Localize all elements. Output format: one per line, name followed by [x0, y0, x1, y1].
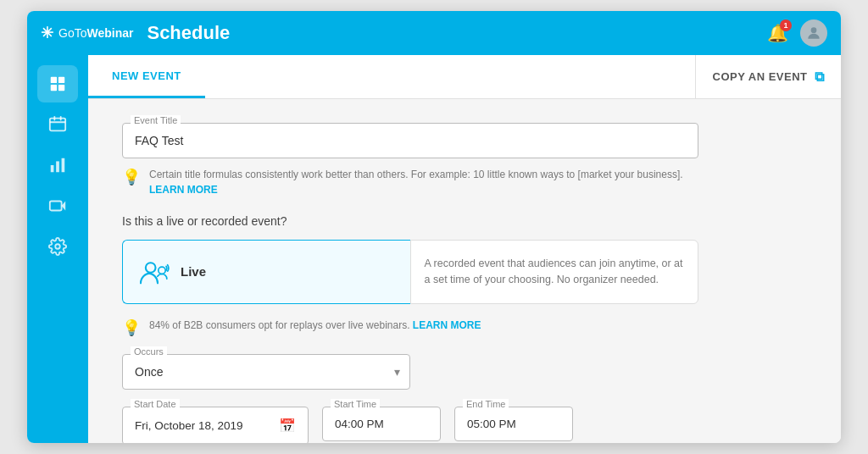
recorded-card-text: A recorded event that audiences can join… [425, 256, 685, 288]
start-time-label: Start Time [331, 399, 380, 409]
sidebar-item-settings[interactable] [37, 228, 78, 265]
tab-copy-event[interactable]: COPY AN EVENT ⧉ [695, 55, 841, 98]
svg-rect-1 [51, 77, 57, 83]
occurs-label: Occurs [131, 346, 167, 357]
live-icon [136, 257, 170, 287]
notifications-button[interactable]: 🔔 1 [767, 23, 788, 43]
start-date-group: Start Date Fri, October 18, 2019 📅 [122, 407, 309, 444]
form-area: Event Title 💡 Certain title formulas con… [88, 99, 732, 443]
calendar-icon: 📅 [279, 418, 296, 434]
content-area: NEW EVENT COPY AN EVENT ⧉ Event Title 💡 [88, 55, 841, 443]
nav-icons: 🔔 1 [767, 19, 827, 47]
end-time-label: End Time [463, 399, 509, 409]
logo-webinar: Webinar [86, 26, 133, 40]
tab-new-event[interactable]: NEW EVENT [88, 55, 205, 98]
svg-rect-5 [50, 119, 65, 131]
sidebar [27, 55, 88, 443]
lightbulb-icon: 💡 [122, 168, 141, 186]
logo-text: GoToWebinar [58, 26, 133, 40]
avatar[interactable] [800, 19, 827, 47]
top-nav: ✳ GoToWebinar Schedule 🔔 1 [27, 11, 841, 55]
svg-point-0 [811, 27, 817, 33]
svg-rect-3 [51, 85, 57, 91]
start-time-input[interactable]: 04:00 PM [322, 407, 441, 441]
svg-rect-11 [62, 158, 65, 173]
copy-icon: ⧉ [815, 69, 825, 85]
live-label: Live [181, 264, 206, 279]
sidebar-item-recordings[interactable] [37, 187, 78, 224]
start-date-input[interactable]: Fri, October 18, 2019 📅 [122, 407, 309, 444]
svg-point-16 [159, 267, 165, 274]
svg-point-15 [146, 263, 156, 273]
lightbulb-icon-2: 💡 [122, 318, 141, 337]
logo-icon: ✳ [41, 24, 53, 42]
replay-learn-more-link[interactable]: LEARN MORE [413, 319, 481, 331]
title-learn-more-link[interactable]: LEARN MORE [149, 184, 218, 196]
event-title-label: Event Title [131, 115, 181, 125]
sidebar-item-analytics[interactable] [37, 147, 78, 184]
event-title-input[interactable] [122, 123, 698, 158]
recorded-event-card[interactable]: A recorded event that audiences can join… [410, 240, 699, 304]
svg-rect-4 [58, 85, 64, 91]
svg-rect-9 [51, 165, 54, 172]
tab-bar: NEW EVENT COPY AN EVENT ⧉ [88, 55, 841, 99]
logo-goto: GoTo [58, 26, 86, 40]
sidebar-item-events[interactable] [37, 106, 78, 143]
logo-area: ✳ GoToWebinar [41, 24, 133, 42]
end-time-input[interactable]: 05:00 PM [454, 407, 573, 441]
live-event-card[interactable]: Live [122, 240, 410, 304]
datetime-row: Start Date Fri, October 18, 2019 📅 Start… [122, 407, 698, 444]
page-title: Schedule [147, 22, 230, 44]
replay-hint: 💡 84% of B2B consumers opt for replays o… [122, 318, 698, 337]
occurs-group: Occurs Once Daily Weekly Custom ▾ [122, 354, 410, 390]
notification-badge: 1 [780, 19, 792, 31]
occurs-select[interactable]: Once Daily Weekly Custom [122, 354, 410, 390]
main-layout: NEW EVENT COPY AN EVENT ⧉ Event Title 💡 [27, 55, 841, 443]
event-type-label: Is this a live or recorded event? [122, 214, 698, 228]
title-hint: 💡 Certain title formulas consistently wo… [122, 167, 698, 197]
start-time-group: Start Time 04:00 PM [322, 407, 441, 444]
title-hint-text: Certain title formulas consistently work… [149, 167, 698, 197]
replay-hint-text: 84% of B2B consumers opt for replays ove… [149, 318, 481, 333]
event-type-row: Live A recorded event that audiences can… [122, 240, 698, 304]
svg-rect-10 [56, 161, 59, 172]
svg-point-14 [55, 244, 60, 249]
start-date-label: Start Date [131, 399, 180, 409]
svg-rect-2 [58, 77, 64, 83]
svg-rect-12 [50, 202, 62, 211]
app-window: ✳ GoToWebinar Schedule 🔔 1 [27, 11, 841, 443]
end-time-group: End Time 05:00 PM [454, 407, 573, 444]
event-title-group: Event Title [122, 123, 698, 158]
sidebar-item-dashboard[interactable] [37, 65, 78, 102]
